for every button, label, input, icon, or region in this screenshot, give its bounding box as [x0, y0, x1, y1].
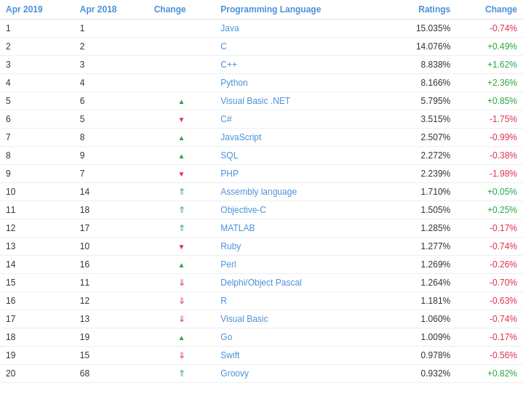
language-link[interactable]: PHP: [220, 169, 239, 179]
language-link[interactable]: Ruby: [220, 241, 241, 251]
change-value: +0.49%: [456, 38, 523, 56]
change-value: -0.56%: [456, 347, 523, 365]
rank-2018: 4: [74, 74, 148, 92]
language-name[interactable]: Python: [215, 74, 386, 92]
language-link[interactable]: C: [220, 41, 227, 52]
language-name[interactable]: PHP: [215, 165, 386, 183]
down-arrow-icon: ▼: [178, 243, 185, 251]
language-link[interactable]: SQL: [220, 150, 238, 161]
language-link[interactable]: C#: [220, 114, 231, 124]
ratings-value: 2.272%: [386, 147, 457, 165]
change-arrow: [148, 20, 215, 38]
col-header-apr2019: Apr 2019: [0, 0, 74, 20]
ratings-value: 1.285%: [386, 219, 457, 238]
change-value: -0.17%: [456, 328, 523, 347]
double-down-arrow-icon: ⇓: [178, 296, 185, 306]
rank-2018: 6: [74, 92, 148, 110]
rank-2018: 18: [74, 201, 148, 219]
change-value: -0.99%: [456, 129, 523, 147]
change-value: -0.26%: [456, 256, 523, 274]
language-name[interactable]: Groovy: [215, 365, 386, 383]
language-name[interactable]: MATLAB: [215, 219, 386, 238]
language-name[interactable]: Visual Basic .NET: [215, 92, 386, 110]
rank-2019: 19: [0, 347, 74, 365]
language-name[interactable]: C++: [215, 56, 386, 74]
table-row: 1217⇑MATLAB1.285%-0.17%: [0, 219, 523, 238]
language-name[interactable]: Java: [215, 20, 386, 38]
language-name[interactable]: Assembly language: [215, 183, 386, 201]
language-name[interactable]: R: [215, 292, 386, 310]
ratings-value: 15.035%: [386, 20, 457, 38]
language-name[interactable]: Perl: [215, 256, 386, 274]
rank-2018: 19: [74, 328, 148, 347]
language-link[interactable]: C++: [220, 60, 237, 70]
language-link[interactable]: Assembly language: [220, 187, 297, 197]
language-name[interactable]: Visual Basic: [215, 310, 386, 328]
rank-2018: 13: [74, 310, 148, 328]
table-row: 78▲JavaScript2.507%-0.99%: [0, 129, 523, 147]
change-value: -0.70%: [456, 274, 523, 292]
rank-2018: 2: [74, 38, 148, 56]
language-name[interactable]: Delphi/Object Pascal: [215, 274, 386, 292]
language-link[interactable]: Visual Basic .NET: [220, 96, 290, 106]
language-name[interactable]: C#: [215, 110, 386, 129]
up-arrow-icon: ▲: [178, 334, 185, 342]
change-value: -0.74%: [456, 238, 523, 256]
language-link[interactable]: Python: [220, 78, 247, 88]
language-name[interactable]: JavaScript: [215, 129, 386, 147]
table-row: 1118⇑Objective-C1.505%+0.25%: [0, 201, 523, 219]
rank-2018: 3: [74, 56, 148, 74]
down-arrow-icon: ▼: [178, 170, 185, 178]
change-arrow: ⇓: [148, 292, 215, 310]
language-name[interactable]: Ruby: [215, 238, 386, 256]
col-header-change-arrow: Change: [148, 0, 215, 20]
language-link[interactable]: R: [220, 296, 227, 306]
double-up-arrow-icon: ⇑: [178, 368, 185, 379]
language-link[interactable]: Go: [220, 332, 232, 342]
change-value: +1.62%: [456, 56, 523, 74]
language-name[interactable]: Objective-C: [215, 201, 386, 219]
rank-2018: 12: [74, 292, 148, 310]
language-link[interactable]: Groovy: [220, 368, 249, 379]
change-arrow: ▲: [148, 147, 215, 165]
rank-2019: 6: [0, 110, 74, 129]
language-link[interactable]: Swift: [220, 350, 239, 360]
language-link[interactable]: MATLAB: [220, 223, 255, 233]
ratings-value: 1.277%: [386, 238, 457, 256]
rank-2018: 16: [74, 256, 148, 274]
change-value: +0.85%: [456, 92, 523, 110]
change-arrow: ▼: [148, 110, 215, 129]
language-link[interactable]: Java: [220, 23, 239, 33]
language-link[interactable]: Objective-C: [220, 205, 266, 215]
rank-2019: 3: [0, 56, 74, 74]
change-arrow: ▲: [148, 256, 215, 274]
language-link[interactable]: JavaScript: [220, 132, 261, 142]
rank-2019: 1: [0, 20, 74, 38]
rank-2019: 14: [0, 256, 74, 274]
language-name[interactable]: C: [215, 38, 386, 56]
rank-2019: 17: [0, 310, 74, 328]
table-row: 33C++8.838%+1.62%: [0, 56, 523, 74]
change-arrow: [148, 38, 215, 56]
rank-2019: 8: [0, 147, 74, 165]
change-value: -0.63%: [456, 292, 523, 310]
language-name[interactable]: Swift: [215, 347, 386, 365]
rankings-table: Apr 2019 Apr 2018 Change Programming Lan…: [0, 0, 523, 383]
language-link[interactable]: Delphi/Object Pascal: [220, 278, 301, 288]
change-arrow: ▼: [148, 238, 215, 256]
language-name[interactable]: SQL: [215, 147, 386, 165]
rank-2018: 11: [74, 274, 148, 292]
ratings-value: 2.507%: [386, 129, 457, 147]
rank-2019: 20: [0, 365, 74, 383]
up-arrow-icon: ▲: [178, 152, 185, 160]
double-up-arrow-icon: ⇑: [178, 187, 185, 197]
rank-2019: 9: [0, 165, 74, 183]
table-row: 22C14.076%+0.49%: [0, 38, 523, 56]
ratings-value: 8.166%: [386, 74, 457, 92]
change-arrow: ▲: [148, 92, 215, 110]
language-name[interactable]: Go: [215, 328, 386, 347]
language-link[interactable]: Visual Basic: [220, 314, 268, 324]
table-header-row: Apr 2019 Apr 2018 Change Programming Lan…: [0, 0, 523, 20]
table-row: 1612⇓R1.181%-0.63%: [0, 292, 523, 310]
language-link[interactable]: Perl: [220, 259, 236, 270]
